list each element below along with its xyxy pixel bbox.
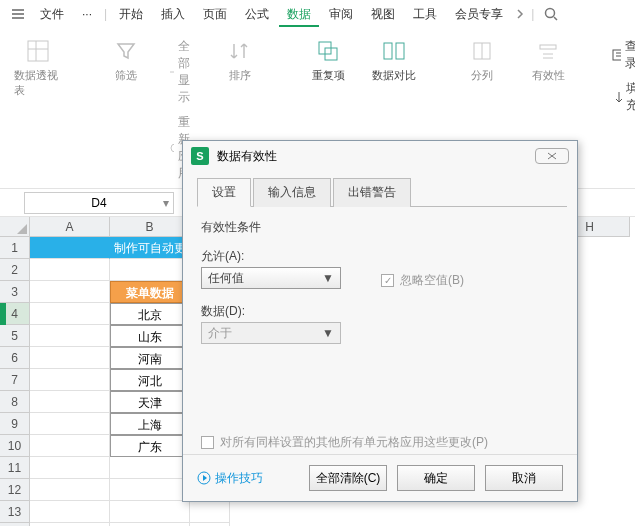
tb-pivot[interactable]: 数据透视表 bbox=[14, 38, 62, 98]
name-box-value: D4 bbox=[91, 196, 106, 210]
tab-settings[interactable]: 设置 bbox=[197, 178, 251, 207]
chevron-down-icon[interactable]: ▾ bbox=[163, 196, 169, 210]
dialog-titlebar[interactable]: S 数据有效性 bbox=[183, 141, 577, 171]
cell[interactable] bbox=[30, 237, 110, 259]
menu-review[interactable]: 审阅 bbox=[321, 2, 361, 27]
svg-point-0 bbox=[546, 9, 555, 18]
clear-all-button[interactable]: 全部清除(C) bbox=[309, 465, 387, 491]
row-header[interactable]: 3 bbox=[0, 281, 30, 303]
cancel-button[interactable]: 取消 bbox=[485, 465, 563, 491]
cell[interactable] bbox=[30, 325, 110, 347]
sort-icon bbox=[227, 38, 253, 64]
cell[interactable] bbox=[110, 259, 190, 281]
cell[interactable] bbox=[30, 413, 110, 435]
data-value: 介于 bbox=[208, 325, 232, 342]
tb-duplicates[interactable]: 重复项 bbox=[304, 38, 352, 83]
ignore-blank-checkbox: ✓ 忽略空值(B) bbox=[381, 272, 464, 289]
cell[interactable] bbox=[30, 303, 110, 325]
cell[interactable] bbox=[30, 281, 110, 303]
active-row-marker bbox=[0, 303, 6, 325]
tb-filter[interactable]: 筛选 bbox=[102, 38, 150, 83]
menu-tools[interactable]: 工具 bbox=[405, 2, 445, 27]
cell[interactable]: 制作可自动更 bbox=[110, 237, 190, 259]
row-header[interactable]: 8 bbox=[0, 391, 30, 413]
compare-icon bbox=[381, 38, 407, 64]
menu-more[interactable]: ··· bbox=[74, 3, 100, 25]
row-header[interactable]: 10 bbox=[0, 435, 30, 457]
cell[interactable] bbox=[30, 259, 110, 281]
ok-button[interactable]: 确定 bbox=[397, 465, 475, 491]
cell[interactable]: 河南 bbox=[110, 347, 190, 369]
svg-rect-8 bbox=[613, 50, 621, 60]
row-header[interactable]: 1 bbox=[0, 237, 30, 259]
menu-start[interactable]: 开始 bbox=[111, 2, 151, 27]
pivot-icon bbox=[25, 38, 51, 64]
cell[interactable] bbox=[30, 501, 110, 523]
allow-combo[interactable]: 任何值 ▼ bbox=[201, 267, 341, 289]
cell[interactable] bbox=[190, 501, 230, 523]
tb-sort[interactable]: 排序 bbox=[216, 38, 264, 83]
chevron-down-icon: ▼ bbox=[322, 326, 334, 340]
cell[interactable] bbox=[30, 391, 110, 413]
tb-right-group: 查找录入 填充▾ bbox=[612, 38, 635, 114]
row-header[interactable]: 6 bbox=[0, 347, 30, 369]
checkbox-icon bbox=[201, 436, 214, 449]
cell[interactable]: 天津 bbox=[110, 391, 190, 413]
hamburger-icon[interactable] bbox=[6, 5, 30, 23]
svg-rect-1 bbox=[28, 41, 48, 61]
cell[interactable] bbox=[30, 479, 110, 501]
tb-validity[interactable]: 有效性 bbox=[524, 38, 572, 83]
row-header[interactable]: 13 bbox=[0, 501, 30, 523]
filter-icon bbox=[113, 38, 139, 64]
cell[interactable]: 广东 bbox=[110, 435, 190, 457]
menu-formula[interactable]: 公式 bbox=[237, 2, 277, 27]
close-button[interactable] bbox=[535, 148, 569, 164]
row-header[interactable]: 5 bbox=[0, 325, 30, 347]
row-header[interactable]: 9 bbox=[0, 413, 30, 435]
menu-vip[interactable]: 会员专享 bbox=[447, 2, 511, 27]
row-header[interactable]: 12 bbox=[0, 479, 30, 501]
col-header[interactable]: A bbox=[30, 217, 110, 237]
row-header[interactable]: 7 bbox=[0, 369, 30, 391]
menu-page[interactable]: 页面 bbox=[195, 2, 235, 27]
menu-view[interactable]: 视图 bbox=[363, 2, 403, 27]
menu-data[interactable]: 数据 bbox=[279, 2, 319, 27]
cell[interactable] bbox=[30, 369, 110, 391]
name-box[interactable]: D4 ▾ bbox=[24, 192, 174, 214]
cell[interactable] bbox=[30, 457, 110, 479]
tab-error-alert[interactable]: 出错警告 bbox=[333, 178, 411, 207]
menu-bar: 文件 ··· | 开始 插入 页面 公式 数据 审阅 视图 工具 会员专享 | bbox=[0, 0, 635, 28]
tb-compare[interactable]: 数据对比 bbox=[370, 38, 418, 83]
apply-all-checkbox: 对所有同样设置的其他所有单元格应用这些更改(P) bbox=[201, 434, 559, 451]
data-combo: 介于 ▼ bbox=[201, 322, 341, 344]
cell[interactable]: 上海 bbox=[110, 413, 190, 435]
menu-file[interactable]: 文件 bbox=[32, 2, 72, 27]
separator: | bbox=[102, 7, 109, 21]
cell[interactable] bbox=[30, 435, 110, 457]
cell[interactable] bbox=[110, 479, 190, 501]
tb-fill[interactable]: 填充▾ bbox=[612, 80, 635, 114]
search-icon[interactable] bbox=[538, 3, 564, 25]
row-header[interactable]: 2 bbox=[0, 259, 30, 281]
col-header[interactable]: B bbox=[110, 217, 190, 237]
cell[interactable] bbox=[110, 501, 190, 523]
duplicates-icon bbox=[315, 38, 341, 64]
menu-insert[interactable]: 插入 bbox=[153, 2, 193, 27]
tb-findrec[interactable]: 查找录入 bbox=[612, 38, 635, 72]
cell[interactable]: 菜单数据 bbox=[110, 281, 190, 303]
cell[interactable]: 北京 bbox=[110, 303, 190, 325]
cell[interactable] bbox=[110, 457, 190, 479]
validity-icon bbox=[535, 38, 561, 64]
tb-showall[interactable]: 全部显示 bbox=[168, 38, 198, 106]
cell[interactable] bbox=[30, 347, 110, 369]
tips-label: 操作技巧 bbox=[215, 470, 263, 487]
dialog-title: 数据有效性 bbox=[217, 148, 277, 165]
tips-link[interactable]: 操作技巧 bbox=[197, 470, 263, 487]
chevron-right-icon[interactable] bbox=[513, 7, 527, 21]
row-header[interactable]: 11 bbox=[0, 457, 30, 479]
tb-split[interactable]: 分列 bbox=[458, 38, 506, 83]
tab-input-msg[interactable]: 输入信息 bbox=[253, 178, 331, 207]
cell[interactable]: 山东 bbox=[110, 325, 190, 347]
select-all-triangle[interactable] bbox=[0, 217, 30, 237]
cell[interactable]: 河北 bbox=[110, 369, 190, 391]
